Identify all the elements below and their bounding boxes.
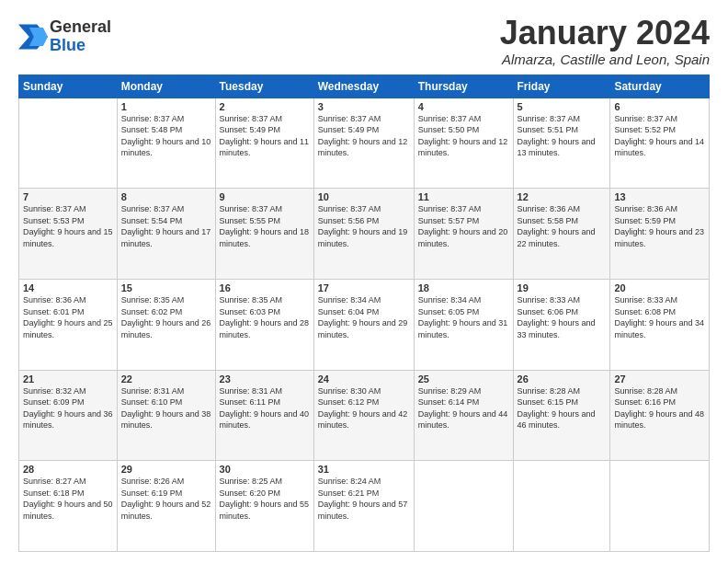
- sunset-text: Sunset: 5:54 PM: [121, 215, 211, 227]
- daylight-text: Daylight: 9 hours and 34 minutes.: [614, 317, 705, 340]
- day-info: Sunrise: 8:37 AM Sunset: 5:49 PM Dayligh…: [318, 113, 410, 159]
- day-number: 16: [220, 282, 310, 293]
- weekday-header-cell: Tuesday: [215, 75, 313, 98]
- day-number: 28: [23, 464, 113, 475]
- day-number: 27: [614, 373, 705, 385]
- sunrise-text: Sunrise: 8:34 AM: [418, 294, 509, 306]
- day-info: Sunrise: 8:31 AM Sunset: 6:10 PM Dayligh…: [121, 385, 211, 431]
- calendar-cell: 16 Sunrise: 8:35 AM Sunset: 6:03 PM Dayl…: [215, 279, 313, 370]
- day-info: Sunrise: 8:33 AM Sunset: 6:06 PM Dayligh…: [518, 294, 607, 340]
- day-info: Sunrise: 8:34 AM Sunset: 6:04 PM Dayligh…: [318, 294, 410, 340]
- day-number: 18: [418, 282, 509, 293]
- calendar-cell: 22 Sunrise: 8:31 AM Sunset: 6:10 PM Dayl…: [117, 370, 215, 461]
- sunset-text: Sunset: 6:11 PM: [220, 396, 310, 408]
- sunset-text: Sunset: 6:05 PM: [418, 306, 509, 318]
- sunset-text: Sunset: 5:52 PM: [614, 124, 705, 136]
- daylight-text: Daylight: 9 hours and 15 minutes.: [23, 226, 113, 249]
- calendar-cell: 5 Sunrise: 8:37 AM Sunset: 5:51 PM Dayli…: [513, 98, 610, 189]
- title-block: January 2024 Almarza, Castille and Leon,…: [500, 15, 710, 67]
- day-number: 8: [121, 191, 211, 202]
- daylight-text: Daylight: 9 hours and 19 minutes.: [318, 226, 410, 249]
- calendar-cell: 14 Sunrise: 8:36 AM Sunset: 6:01 PM Dayl…: [19, 279, 118, 370]
- calendar-cell: 31 Sunrise: 8:24 AM Sunset: 6:21 PM Dayl…: [313, 461, 414, 552]
- sunrise-text: Sunrise: 8:31 AM: [121, 385, 211, 397]
- day-number: 17: [318, 282, 410, 293]
- sunset-text: Sunset: 6:04 PM: [318, 306, 410, 318]
- header-area: General Blue January 2024 Almarza, Casti…: [18, 15, 710, 67]
- daylight-text: Daylight: 9 hours and 28 minutes.: [220, 317, 310, 340]
- daylight-text: Daylight: 9 hours and 57 minutes.: [318, 499, 410, 522]
- day-info: Sunrise: 8:28 AM Sunset: 6:16 PM Dayligh…: [614, 385, 705, 431]
- day-info: Sunrise: 8:29 AM Sunset: 6:14 PM Dayligh…: [418, 385, 509, 431]
- day-number: 10: [318, 191, 410, 202]
- sunset-text: Sunset: 5:55 PM: [220, 215, 310, 227]
- sunset-text: Sunset: 6:20 PM: [220, 488, 310, 500]
- sunset-text: Sunset: 6:02 PM: [121, 306, 211, 318]
- day-info: Sunrise: 8:37 AM Sunset: 5:53 PM Dayligh…: [23, 203, 113, 249]
- page: General Blue January 2024 Almarza, Casti…: [0, 0, 728, 563]
- sunrise-text: Sunrise: 8:37 AM: [121, 113, 211, 125]
- location-title: Almarza, Castille and Leon, Spain: [500, 52, 710, 67]
- day-number: 25: [418, 373, 509, 385]
- weekday-header-cell: Thursday: [414, 75, 513, 98]
- sunrise-text: Sunrise: 8:37 AM: [220, 113, 310, 125]
- sunrise-text: Sunrise: 8:37 AM: [614, 113, 705, 125]
- day-info: Sunrise: 8:34 AM Sunset: 6:05 PM Dayligh…: [418, 294, 509, 340]
- daylight-text: Daylight: 9 hours and 31 minutes.: [418, 317, 509, 340]
- day-info: Sunrise: 8:37 AM Sunset: 5:49 PM Dayligh…: [220, 113, 310, 159]
- daylight-text: Daylight: 9 hours and 42 minutes.: [318, 408, 410, 431]
- weekday-header-cell: Saturday: [610, 75, 710, 98]
- sunrise-text: Sunrise: 8:32 AM: [23, 385, 113, 397]
- daylight-text: Daylight: 9 hours and 40 minutes.: [220, 408, 310, 431]
- day-number: 11: [418, 191, 509, 202]
- calendar-table: SundayMondayTuesdayWednesdayThursdayFrid…: [18, 75, 710, 552]
- logo-icon: [18, 24, 48, 50]
- day-number: 30: [220, 464, 310, 475]
- daylight-text: Daylight: 9 hours and 25 minutes.: [23, 317, 113, 340]
- day-number: 22: [121, 373, 211, 385]
- daylight-text: Daylight: 9 hours and 11 minutes.: [220, 136, 310, 159]
- sunset-text: Sunset: 6:19 PM: [121, 488, 211, 500]
- calendar-cell: 25 Sunrise: 8:29 AM Sunset: 6:14 PM Dayl…: [414, 370, 513, 461]
- day-number: 15: [121, 282, 211, 293]
- sunset-text: Sunset: 5:53 PM: [23, 215, 113, 227]
- day-number: 6: [614, 101, 705, 112]
- daylight-text: Daylight: 9 hours and 17 minutes.: [121, 226, 211, 249]
- daylight-text: Daylight: 9 hours and 18 minutes.: [220, 226, 310, 249]
- month-title: January 2024: [500, 15, 710, 52]
- sunset-text: Sunset: 6:08 PM: [614, 306, 705, 318]
- calendar-cell: 6 Sunrise: 8:37 AM Sunset: 5:52 PM Dayli…: [610, 98, 710, 189]
- calendar-cell: 18 Sunrise: 8:34 AM Sunset: 6:05 PM Dayl…: [414, 279, 513, 370]
- day-info: Sunrise: 8:37 AM Sunset: 5:48 PM Dayligh…: [121, 113, 211, 159]
- calendar-cell: 20 Sunrise: 8:33 AM Sunset: 6:08 PM Dayl…: [610, 279, 710, 370]
- sunrise-text: Sunrise: 8:36 AM: [614, 203, 705, 215]
- sunrise-text: Sunrise: 8:25 AM: [220, 476, 310, 488]
- day-number: 4: [418, 101, 509, 112]
- day-info: Sunrise: 8:28 AM Sunset: 6:15 PM Dayligh…: [518, 385, 607, 431]
- calendar-cell: 3 Sunrise: 8:37 AM Sunset: 5:49 PM Dayli…: [313, 98, 414, 189]
- calendar-cell: [414, 461, 513, 552]
- calendar-cell: 28 Sunrise: 8:27 AM Sunset: 6:18 PM Dayl…: [19, 461, 118, 552]
- calendar-cell: 13 Sunrise: 8:36 AM Sunset: 5:59 PM Dayl…: [610, 189, 710, 280]
- day-number: 5: [518, 101, 607, 112]
- sunrise-text: Sunrise: 8:26 AM: [121, 476, 211, 488]
- sunset-text: Sunset: 6:03 PM: [220, 306, 310, 318]
- calendar-week-row: 7 Sunrise: 8:37 AM Sunset: 5:53 PM Dayli…: [19, 189, 710, 280]
- daylight-text: Daylight: 9 hours and 48 minutes.: [614, 408, 705, 431]
- sunset-text: Sunset: 6:09 PM: [23, 396, 113, 408]
- calendar-cell: 2 Sunrise: 8:37 AM Sunset: 5:49 PM Dayli…: [215, 98, 313, 189]
- day-number: 12: [518, 191, 607, 202]
- daylight-text: Daylight: 9 hours and 46 minutes.: [518, 408, 607, 431]
- sunset-text: Sunset: 5:56 PM: [318, 215, 410, 227]
- sunrise-text: Sunrise: 8:36 AM: [518, 203, 607, 215]
- day-number: 19: [518, 282, 607, 293]
- calendar-cell: 29 Sunrise: 8:26 AM Sunset: 6:19 PM Dayl…: [117, 461, 215, 552]
- day-number: 26: [518, 373, 607, 385]
- daylight-text: Daylight: 9 hours and 10 minutes.: [121, 136, 211, 159]
- day-info: Sunrise: 8:33 AM Sunset: 6:08 PM Dayligh…: [614, 294, 705, 340]
- sunset-text: Sunset: 5:48 PM: [121, 124, 211, 136]
- day-info: Sunrise: 8:37 AM Sunset: 5:51 PM Dayligh…: [518, 113, 607, 159]
- calendar-cell: 15 Sunrise: 8:35 AM Sunset: 6:02 PM Dayl…: [117, 279, 215, 370]
- day-number: 1: [121, 101, 211, 112]
- sunset-text: Sunset: 5:59 PM: [614, 215, 705, 227]
